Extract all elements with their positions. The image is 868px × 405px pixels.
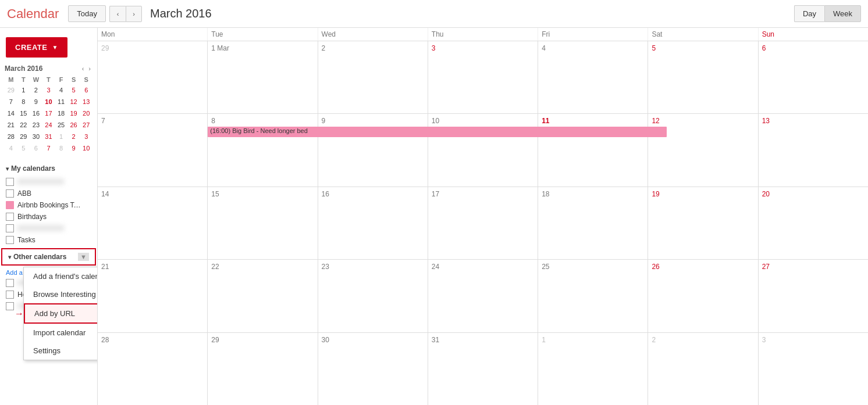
mini-next-button[interactable]: › — [87, 64, 93, 73]
calendar-cell[interactable]: 19 — [648, 187, 758, 259]
calendar-checkbox[interactable] — [6, 224, 14, 232]
dropdown-menu-item[interactable]: Import calendar — [24, 324, 98, 342]
calendar-cell[interactable]: 10 — [428, 114, 538, 186]
mini-cal-day[interactable]: 1 — [55, 131, 67, 142]
dropdown-menu-item[interactable]: Browse Interesting Calendars — [24, 285, 98, 303]
calendar-checkbox[interactable] — [6, 236, 14, 244]
calendar-cell[interactable]: 22 — [208, 260, 318, 332]
mini-cal-day[interactable]: 10 — [42, 96, 55, 107]
mini-cal-day[interactable]: 5 — [17, 142, 30, 154]
mini-cal-day[interactable]: 1 — [17, 84, 30, 96]
calendar-cell[interactable]: 28 — [98, 333, 208, 405]
other-calendars-dropdown-icon[interactable]: ▼ — [78, 253, 89, 261]
mini-cal-day[interactable]: 6 — [30, 142, 42, 154]
mini-cal-day[interactable]: 30 — [30, 131, 42, 142]
dropdown-menu-item[interactable]: Settings — [24, 342, 98, 360]
mini-cal-day[interactable]: 14 — [5, 107, 17, 119]
my-calendars-section-title[interactable]: ▾ My calendars — [0, 161, 97, 176]
calendar-cell[interactable]: 3 — [759, 333, 868, 405]
calendar-cell[interactable]: 26 — [648, 260, 758, 332]
calendar-cell[interactable]: 5 — [648, 41, 758, 113]
mini-cal-day[interactable]: 8 — [17, 96, 30, 107]
calendar-cell[interactable]: 23 — [318, 260, 428, 332]
calendar-cell[interactable]: 7 — [98, 114, 208, 186]
calendar-cell[interactable]: 20 — [759, 187, 868, 259]
calendar-cell[interactable]: 16 — [318, 187, 428, 259]
mini-cal-day[interactable]: 26 — [67, 119, 80, 131]
mini-cal-day[interactable]: 22 — [17, 119, 30, 131]
mini-cal-day[interactable]: 20 — [80, 107, 93, 119]
calendar-cell[interactable]: 13 — [759, 114, 868, 186]
mini-cal-day[interactable]: 27 — [80, 119, 93, 131]
my-calendar-item[interactable]: Airbnb Bookings Test — [0, 199, 97, 211]
mini-cal-day[interactable]: 8 — [55, 142, 67, 154]
mini-cal-day[interactable]: 18 — [55, 107, 67, 119]
mini-cal-day[interactable]: 29 — [5, 84, 17, 96]
my-calendar-item[interactable]: Birthdays — [0, 211, 97, 223]
mini-cal-day[interactable]: 3 — [80, 131, 93, 142]
mini-cal-day[interactable]: 28 — [5, 131, 17, 142]
mini-cal-day[interactable]: 2 — [67, 131, 80, 142]
mini-cal-day[interactable]: 9 — [67, 142, 80, 154]
calendar-cell[interactable]: 2 — [318, 41, 428, 113]
calendar-cell[interactable]: 6 — [759, 41, 868, 113]
mini-prev-button[interactable]: ‹ — [80, 64, 86, 73]
calendar-cell[interactable]: 29 — [98, 41, 208, 113]
calendar-cell[interactable]: 11 — [538, 114, 648, 186]
calendar-cell[interactable]: 24 — [428, 260, 538, 332]
calendar-cell[interactable]: 18 — [538, 187, 648, 259]
mini-cal-day[interactable]: 29 — [17, 131, 30, 142]
mini-cal-day[interactable]: 3 — [42, 84, 55, 96]
calendar-checkbox[interactable] — [6, 189, 14, 198]
mini-cal-day[interactable]: 13 — [80, 96, 93, 107]
mini-cal-day[interactable]: 10 — [80, 142, 93, 154]
my-calendar-item[interactable]: XXXXXXXXXX — [0, 223, 97, 234]
calendar-cell[interactable]: 9 — [318, 114, 428, 186]
my-calendar-item[interactable]: Tasks — [0, 234, 97, 246]
calendar-cell[interactable]: 17 — [428, 187, 538, 259]
mini-cal-day[interactable]: 6 — [80, 84, 93, 96]
calendar-checkbox[interactable] — [6, 279, 14, 287]
mini-cal-day[interactable]: 17 — [42, 107, 55, 119]
calendar-checkbox[interactable] — [6, 302, 14, 310]
mini-cal-day[interactable]: 9 — [30, 96, 42, 107]
mini-cal-day[interactable]: 19 — [67, 107, 80, 119]
mini-cal-day[interactable]: 12 — [67, 96, 80, 107]
mini-cal-day[interactable]: 7 — [42, 142, 55, 154]
calendar-cell[interactable]: 3 — [428, 41, 538, 113]
mini-cal-day[interactable]: 11 — [55, 96, 67, 107]
calendar-cell[interactable]: 14 — [98, 187, 208, 259]
prev-month-button[interactable]: ‹ — [109, 6, 126, 22]
create-button[interactable]: CREATE ▼ — [6, 37, 67, 58]
dropdown-menu-item[interactable]: Add by URL→ — [24, 303, 98, 324]
mini-cal-day[interactable]: 7 — [5, 96, 17, 107]
mini-cal-day[interactable]: 21 — [5, 119, 17, 131]
calendar-cell[interactable]: 1 — [538, 333, 648, 405]
calendar-checkbox[interactable] — [6, 213, 14, 221]
calendar-cell[interactable]: 31 — [428, 333, 538, 405]
mini-cal-day[interactable]: 16 — [30, 107, 42, 119]
calendar-cell[interactable]: 12 — [648, 114, 758, 186]
mini-cal-day[interactable]: 25 — [55, 119, 67, 131]
calendar-cell[interactable]: 8(16:00) Big Bird - Need longer bed — [208, 114, 318, 186]
my-calendar-item[interactable]: ABB — [0, 188, 97, 199]
mini-cal-day[interactable]: 24 — [42, 119, 55, 131]
mini-cal-day[interactable]: 4 — [5, 142, 17, 154]
event-bar[interactable]: (16:00) Big Bird - Need longer bed — [208, 127, 666, 137]
mini-cal-day[interactable]: 5 — [67, 84, 80, 96]
next-month-button[interactable]: › — [126, 6, 142, 22]
calendar-cell[interactable]: 4 — [538, 41, 648, 113]
dropdown-menu-item[interactable]: Add a friend's calendar — [24, 267, 98, 285]
mini-cal-day[interactable]: 23 — [30, 119, 42, 131]
my-calendar-item[interactable]: XXXXXXXXXX — [0, 176, 97, 188]
mini-cal-day[interactable]: 31 — [42, 131, 55, 142]
calendar-cell[interactable]: 2 — [648, 333, 758, 405]
calendar-cell[interactable]: 25 — [538, 260, 648, 332]
calendar-checkbox[interactable] — [6, 291, 14, 299]
calendar-cell[interactable]: 29 — [208, 333, 318, 405]
mini-cal-day[interactable]: 15 — [17, 107, 30, 119]
calendar-cell[interactable]: 30 — [318, 333, 428, 405]
calendar-cell[interactable]: 1 Mar — [208, 41, 318, 113]
other-calendars-header[interactable]: ▾ Other calendars ▼ — [1, 248, 96, 266]
today-button[interactable]: Today — [68, 5, 106, 22]
